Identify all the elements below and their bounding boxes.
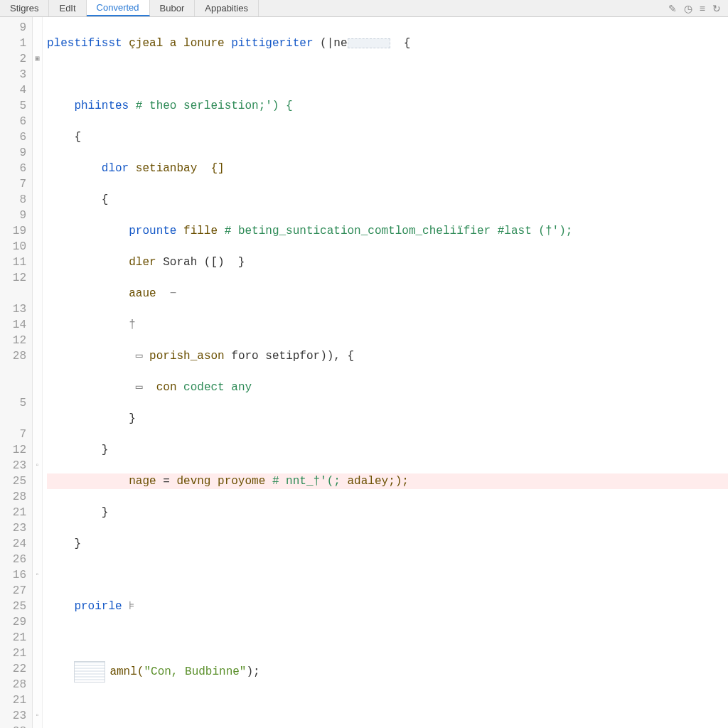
fold-toggle-icon[interactable]: ▣ [33, 51, 42, 67]
tab-label: Converted [97, 2, 139, 13]
code-line[interactable]: { [47, 129, 728, 145]
code-line[interactable]: aaue − [47, 286, 728, 301]
code-line[interactable]: } [47, 505, 728, 520]
code-line[interactable]: dlor setianbay {] [47, 161, 728, 176]
tab-label: Appabities [205, 3, 248, 14]
line-number-gutter: 9 1 2 3 4 5 6 6 9 6 7 8 9 19 10 11 12 13… [0, 17, 33, 728]
tab-label: EdIt [59, 3, 75, 14]
menu-icon[interactable]: ≡ [700, 4, 705, 14]
code-line[interactable] [47, 692, 728, 708]
fold-toggle-icon[interactable]: ▫ [33, 708, 42, 724]
tab-label: Stigres [10, 3, 38, 14]
fold-toggle-icon[interactable]: ▫ [33, 567, 42, 583]
code-line[interactable]: nage = devng proyome # nnt_†'(; adaley;)… [47, 473, 728, 489]
code-line[interactable]: ▭ porish_ason foro setipfor)), { [47, 348, 728, 364]
sync-icon[interactable]: ↻ [712, 4, 721, 14]
code-line[interactable]: { [47, 192, 728, 208]
tab-label: Bubor [160, 3, 185, 14]
code-line[interactable]: plestifisst çjeal a lonure pittigeriter … [47, 36, 728, 51]
tab-converted[interactable]: Converted [87, 0, 150, 16]
code-line[interactable] [47, 67, 728, 82]
code-editor[interactable]: 9 1 2 3 4 5 6 6 9 6 7 8 9 19 10 11 12 13… [0, 17, 728, 728]
fold-toggle-icon[interactable]: ▫ [33, 458, 42, 473]
code-line[interactable]: proirle ⊧ [47, 599, 728, 614]
tab-appabities[interactable]: Appabities [195, 0, 259, 16]
code-line[interactable] [47, 630, 728, 646]
ai-assist-icon[interactable]: ✎ [668, 4, 677, 14]
code-line[interactable]: } [47, 442, 728, 458]
code-line[interactable]: dler Sorah ([) } [47, 255, 728, 270]
code-line[interactable]: prounte fille # beting_suntication_comtl… [47, 223, 728, 239]
tab-stigres[interactable]: Stigres [0, 0, 49, 16]
tab-edit[interactable]: EdIt [49, 0, 86, 16]
ghost-suggestion [348, 38, 390, 48]
code-line[interactable]: } [47, 411, 728, 427]
code-line[interactable]: ▭ con codect any [47, 380, 728, 395]
inline-preview-icon[interactable] [74, 661, 105, 682]
tabs: Stigres EdIt Converted Bubor Appabities [0, 0, 661, 16]
code-line[interactable] [47, 567, 728, 583]
timer-icon[interactable]: ◷ [684, 4, 692, 14]
toolbar-icons: ✎ ◷ ≡ ↻ [661, 0, 728, 16]
code-line[interactable]: phiintes # theo serleistion;') { [47, 98, 728, 114]
code-line[interactable]: } [47, 536, 728, 552]
tab-bar: Stigres EdIt Converted Bubor Appabities … [0, 0, 728, 17]
tab-bubor[interactable]: Bubor [150, 0, 196, 16]
code-line[interactable]: † [47, 317, 728, 333]
fold-column: ▣ ▫ ▫ ▫ [33, 17, 43, 728]
code-area[interactable]: plestifisst çjeal a lonure pittigeriter … [43, 17, 728, 728]
code-line[interactable]: amnl("Con, Budbinne"); [47, 661, 728, 677]
code-line[interactable] [47, 724, 728, 728]
